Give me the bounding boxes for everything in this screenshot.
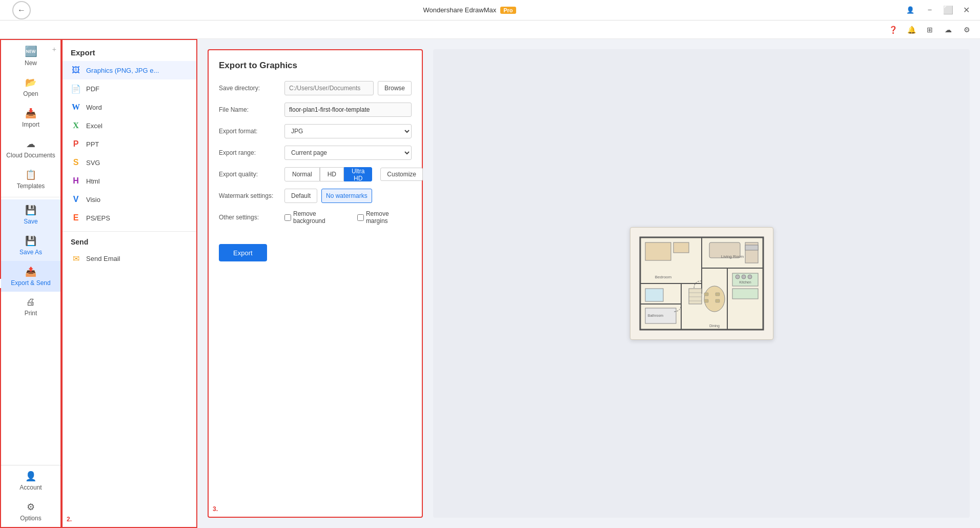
svg-rect-19 [689,289,702,304]
send-section-title: Send [63,231,196,249]
customize-button[interactable]: Customize [380,168,423,181]
svg-point-14 [736,275,740,279]
save-icon: 💾 [25,205,36,216]
browse-button[interactable]: Browse [378,81,412,95]
export-item-graphics[interactable]: 🖼 Graphics (PNG, JPG e... [63,61,196,79]
export-quality-label: Export quality: [219,171,280,178]
close-button[interactable]: ✕ [959,3,974,17]
export-item-ppt-label: PPT [86,140,99,148]
export-item-pdf-label: PDF [86,85,99,93]
remove-margins-input[interactable] [357,214,364,221]
avatar-icon[interactable]: 👤 [902,3,918,17]
export-button[interactable]: Export [219,244,267,261]
svg-point-23 [704,286,725,312]
export-item-pdf[interactable]: 📄 PDF [63,79,196,98]
svg-rect-8 [673,242,689,253]
sidebar-item-account[interactable]: 👤 Account [1,465,60,496]
settings-icon[interactable]: ⚙ [959,23,974,37]
minimize-button[interactable]: － [923,3,937,17]
sidebar-item-save[interactable]: 💾 Save [1,199,60,230]
sidebar-label-print: Print [25,310,37,317]
other-settings-label: Other settings: [219,214,280,221]
sidebar-item-import[interactable]: 📥 Import [1,103,60,133]
pseps-icon: E [71,213,81,223]
pdf-icon: 📄 [71,84,81,94]
sidebar-item-open[interactable]: 📂 Open [1,72,60,103]
export-sidebar: Export 🖼 Graphics (PNG, JPG e... 📄 PDF W… [62,39,197,528]
svg-point-16 [748,275,752,279]
remove-background-checkbox[interactable]: Remove background [284,210,349,225]
save-directory-label: Save directory: [219,85,280,92]
sidebar-label-open: Open [23,90,38,97]
watermark-option-button[interactable]: No watermarks [321,189,372,203]
sidebar-item-print[interactable]: 🖨 Print [1,292,60,322]
export-item-html-label: Html [86,177,100,185]
remove-margins-label: Remove margins [366,210,412,225]
export-item-pseps[interactable]: E PS/EPS [63,209,196,227]
sidebar-label-save: Save [24,218,37,225]
export-item-visio[interactable]: V Visio [63,190,196,209]
watermark-row: Watermark settings: Default No watermark… [219,189,412,203]
remove-margins-checkbox[interactable]: Remove margins [357,210,412,225]
sidebar-label-account: Account [19,484,42,491]
account-icon: 👤 [25,471,36,482]
export-item-pseps-label: PS/EPS [86,214,110,222]
file-name-input[interactable] [284,103,412,117]
export-item-word[interactable]: W Word [63,98,196,116]
other-settings-row: Other settings: Remove background Remove… [219,210,412,225]
sidebar-item-templates[interactable]: 📋 Templates [1,164,60,195]
export-item-html[interactable]: H Html [63,172,196,190]
sidebar-item-options[interactable]: ⚙ Options [1,496,60,527]
help-icon[interactable]: ❓ [886,23,900,37]
back-button[interactable]: ← [12,1,31,19]
sidebar-label-cloud: Cloud Documents [6,152,55,159]
save-directory-input[interactable] [284,81,374,95]
sidebar-label-export-send: Export & Send [11,279,50,287]
export-range-select[interactable]: Current page All pages Selected pages [284,146,412,160]
svg-text:Kitchen: Kitchen [739,280,751,284]
title-bar-center: Wondershare EdrawMax Pro [423,6,516,14]
title-bar: ← Wondershare EdrawMax Pro 👤 － ⬜ ✕ [0,0,980,21]
watermark-default-button[interactable]: Default [284,189,317,203]
sidebar-label-new: New [25,59,37,67]
sidebar-item-save-as[interactable]: 💾 Save As [1,230,60,261]
email-icon: ✉ [71,253,81,263]
export-sidebar-title: Export [63,40,196,61]
maximize-button[interactable]: ⬜ [941,3,955,17]
export-item-word-label: Word [86,104,102,111]
import-icon: 📥 [25,108,36,119]
export-item-excel-label: Excel [86,122,103,130]
cloud-docs-icon: ☁ [26,138,35,150]
export-range-row: Export range: Current page All pages Sel… [219,146,412,160]
sidebar-item-new[interactable]: 🆕 New + [1,40,60,72]
svg-text:Living Room: Living Room [721,254,744,259]
export-format-select[interactable]: JPG PNG BMP SVG PDF [284,124,412,138]
annotation-2: 2. [67,516,72,523]
export-item-send-email[interactable]: ✉ Send Email [63,249,196,268]
remove-background-input[interactable] [284,214,291,221]
checkbox-group: Remove background Remove margins [284,210,412,225]
sidebar-item-cloud[interactable]: ☁ Cloud Documents [1,133,60,164]
export-quality-row: Export quality: Normal HD Ultra HD Custo… [219,167,412,181]
svg-rect-7 [645,242,671,260]
export-item-excel[interactable]: X Excel [63,116,196,135]
quality-hd-button[interactable]: HD [320,167,344,181]
svg-point-15 [742,275,746,279]
main-content: Export to Graphics Save directory: Brows… [197,39,980,528]
bell-icon[interactable]: 🔔 [904,23,918,37]
cloud-icon[interactable]: ☁ [941,23,955,37]
export-item-svg-label: SVG [86,159,100,167]
visio-icon: V [71,194,81,205]
sidebar-label-options: Options [20,515,41,522]
export-item-svg[interactable]: S SVG [63,153,196,172]
floor-plan-preview: Bedroom Living Room Kitchen Bathroom Din… [635,232,768,335]
export-format-row: Export format: JPG PNG BMP SVG PDF [219,124,412,138]
ppt-icon: P [71,139,81,149]
quality-normal-button[interactable]: Normal [284,167,320,181]
svg-text:Bathroom: Bathroom [647,314,663,317]
quality-ultrahd-button[interactable]: Ultra HD [344,167,372,181]
export-item-visio-label: Visio [86,196,100,204]
grid-icon[interactable]: ⊞ [923,23,937,37]
sidebar-item-export-send[interactable]: 📤 Export & Send [1,261,60,292]
export-item-ppt[interactable]: P PPT [63,135,196,153]
